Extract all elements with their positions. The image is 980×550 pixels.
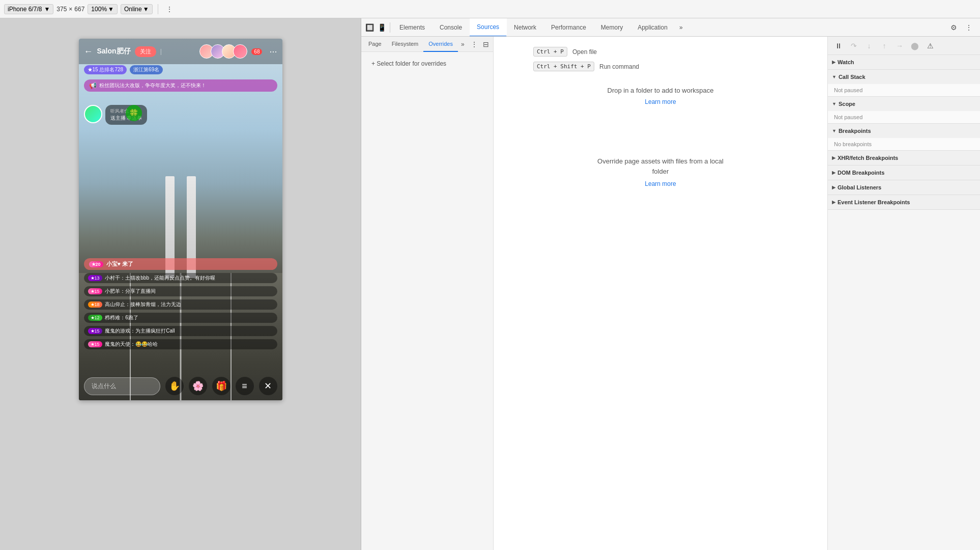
debugger-right-panel: ⏸ ↷ ↓ ↑ → ⬤ ⚠ ▶ Watch [827,37,980,550]
devtools-settings-button[interactable]: ⚙ [946,20,961,35]
tab-elements[interactable]: Elements [392,18,433,37]
gift-icon-btn[interactable]: 🎁 [212,377,230,395]
tab-network[interactable]: Network [507,18,544,37]
call-stack-section: ▼ Call Stack Not paused [828,70,980,97]
devtools-body: Page Filesystem Overrides » ⋮ ⊟ + Select… [361,37,980,550]
dont-pause-exceptions-button[interactable]: ⚠ [924,39,937,52]
devtools-inspect-button[interactable]: 🔲 [363,21,376,34]
back-button[interactable]: ← [84,46,93,57]
workspace-learn-more[interactable]: Learn more [645,98,676,105]
mobile-preview: ← Salon肥仔 关注 | 68 ··· ★15 [0,18,361,550]
tab-application[interactable]: Application [630,18,675,37]
workspace-section: Ctrl + P Open file Ctrl + Shift + P Run … [533,47,788,116]
watch-section: ▶ Watch [828,55,980,70]
tabs-overflow-button[interactable]: » [675,18,687,37]
event-listener-section: ▶ Event Listener Breakpoints [828,195,980,210]
subtabs-overflow[interactable]: » [458,41,468,48]
dom-header[interactable]: ▶ DOM Breakpoints [828,166,980,180]
flower-icon-btn[interactable]: 🌸 [189,377,207,395]
zoom-arrow: ▼ [108,6,114,13]
devtools-panel: 🔲 📱 Elements Console Sources Network Per… [361,18,980,550]
toolbar-separator [158,4,158,14]
watch-header[interactable]: ▶ Watch [828,55,980,69]
step-into-button[interactable]: ↓ [862,39,876,52]
breakpoints-arrow: ▼ [832,128,837,133]
no-breakpoints-text: No breakpoints [834,141,872,147]
xhr-header[interactable]: ▶ XHR/fetch Breakpoints [828,151,980,165]
pause-button[interactable]: ⏸ [832,39,845,52]
zoom-value: 100% [91,6,107,13]
subtab-action-button[interactable]: ⋮ [469,40,480,48]
scope-header[interactable]: ▼ Scope [828,97,980,111]
override-description: Override page assets with files from a l… [594,156,727,176]
menu-icon-btn[interactable]: ≡ [236,377,254,395]
chat-message-1: ★13 小村干：土猫改bbb，还能再反点点赞。有好你喔 [84,273,277,283]
chat-message-6: ★15 魔鬼的天使：😂😂哈哈 [84,339,277,349]
shortcut-open-file: Ctrl + P Open file [533,47,788,57]
xhr-arrow: ▶ [832,155,835,160]
level-15c: ★15 [88,341,102,347]
separator: | [160,48,162,55]
highlight-message: ★20 小宝♥ 来了 [84,258,277,270]
regional-badge: 浙江第69名 [130,65,163,74]
device-toolbar: iPhone 6/7/8 ▼ 375 × 667 100% ▼ Online ▼… [0,0,980,18]
global-listeners-arrow: ▶ [832,185,835,190]
breakpoints-content: No breakpoints [828,138,980,150]
breakpoints-header[interactable]: ▼ Breakpoints [828,124,980,138]
chat-message-4: ★12 栉栉难：6跑了 [84,313,277,323]
xhr-breakpoints-section: ▶ XHR/fetch Breakpoints [828,151,980,166]
call-stack-label: Call Stack [839,74,866,80]
device-selector[interactable]: iPhone 6/7/8 ▼ [4,4,53,14]
dom-label: DOM Breakpoints [838,170,884,176]
user-message-widget: 听风者也 送主播 幸运单 🍀 [84,105,148,125]
breakpoints-section: ▼ Breakpoints No breakpoints [828,124,980,151]
call-stack-content: Not paused [828,84,980,96]
channel-name: Salon肥仔 [97,47,131,56]
subtab-overrides[interactable]: Overrides [423,37,458,52]
chat-input[interactable]: 说点什么 [84,377,160,395]
devtools-actions: ⚙ ⋮ [946,20,980,35]
scope-section: ▼ Scope Not paused [828,97,980,124]
global-listeners-header[interactable]: ▶ Global Listeners [828,180,980,195]
step-out-button[interactable]: ↑ [878,39,891,52]
dom-arrow: ▶ [832,170,835,175]
tab-sources[interactable]: Sources [470,18,507,37]
watch-arrow: ▶ [832,60,835,65]
deactivate-breakpoints-button[interactable]: ⬤ [908,39,921,52]
hand-icon-btn[interactable]: ✋ [165,377,184,395]
add-folder-button[interactable]: + Select folder for overrides [367,58,487,69]
step-button[interactable]: → [893,39,906,52]
devtools-device-button[interactable]: 📱 [376,21,388,34]
event-listener-label: Event Listener Breakpoints [838,199,910,205]
tab-memory[interactable]: Memory [594,18,630,37]
devtools-more-button[interactable]: ⋮ [962,20,976,35]
level-15a: ★15 [88,288,102,294]
announcement-bar: 📢 粉丝团玩法大改版，争夺年度大奖，还不快来！ [84,79,277,92]
dom-breakpoints-section: ▶ DOM Breakpoints [828,166,980,180]
notification-badge: 68 [251,48,262,55]
zoom-selector[interactable]: 100% ▼ [88,4,118,14]
network-arrow: ▼ [143,6,149,13]
tab-performance[interactable]: Performance [544,18,594,37]
call-stack-header[interactable]: ▼ Call Stack [828,70,980,84]
subtab-layout-button[interactable]: ⊟ [481,40,491,48]
chat-message-5: ★15 魔鬼的游戏：为主播疯狂打Call [84,326,277,336]
follow-button[interactable]: 关注 [135,46,156,57]
step-over-button[interactable]: ↷ [847,39,860,52]
height-value: 667 [74,6,84,13]
width-value: 375 [56,6,67,13]
call-stack-not-paused: Not paused [834,87,862,93]
tab-console[interactable]: Console [433,18,470,37]
more-options-button[interactable]: ⋮ [163,3,176,15]
event-listener-arrow: ▶ [832,200,835,205]
scope-arrow: ▼ [832,101,837,106]
chat-avatar [84,105,102,123]
subtab-page[interactable]: Page [363,37,387,52]
more-button[interactable]: ··· [269,46,277,57]
event-listener-header[interactable]: ▶ Event Listener Breakpoints [828,195,980,209]
override-learn-more[interactable]: Learn more [645,180,676,187]
close-icon-btn[interactable]: ✕ [259,377,277,395]
scope-not-paused: Not paused [834,114,862,120]
network-selector[interactable]: Online ▼ [121,4,153,14]
subtab-filesystem[interactable]: Filesystem [387,37,424,52]
